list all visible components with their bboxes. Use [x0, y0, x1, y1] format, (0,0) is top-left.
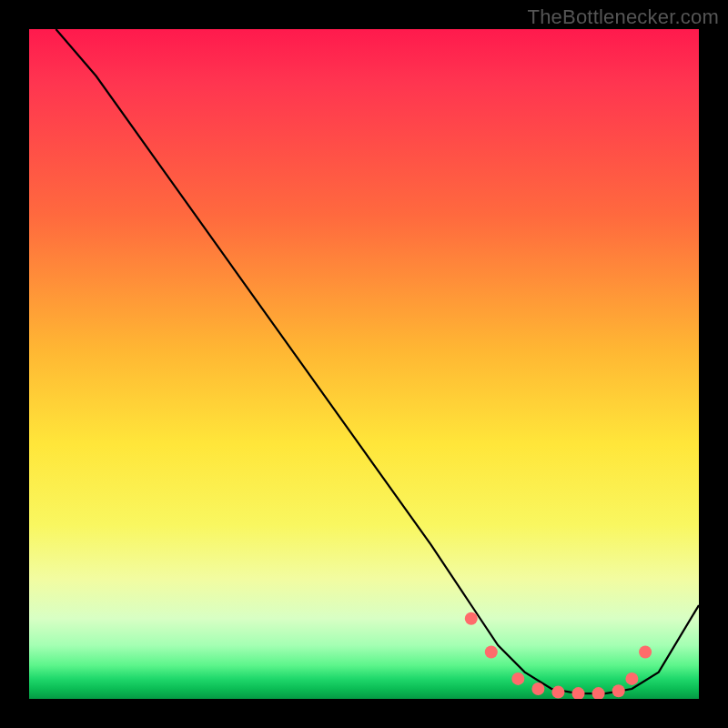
chart-overlay-svg [29, 29, 699, 699]
marker-dot [639, 646, 652, 659]
marker-group [465, 612, 652, 699]
marker-dot [511, 672, 524, 685]
marker-dot [485, 646, 498, 659]
marker-dot [612, 684, 625, 697]
plot-area [29, 29, 699, 699]
bottleneck-curve-line [56, 29, 699, 693]
chart-frame: TheBottlenecker.com [0, 0, 728, 728]
marker-dot [572, 687, 585, 699]
marker-dot [465, 612, 478, 625]
marker-dot [625, 672, 638, 685]
marker-dot [592, 687, 605, 699]
marker-dot [531, 682, 544, 695]
marker-dot [551, 686, 564, 699]
watermark-text: TheBottlenecker.com [528, 5, 719, 29]
